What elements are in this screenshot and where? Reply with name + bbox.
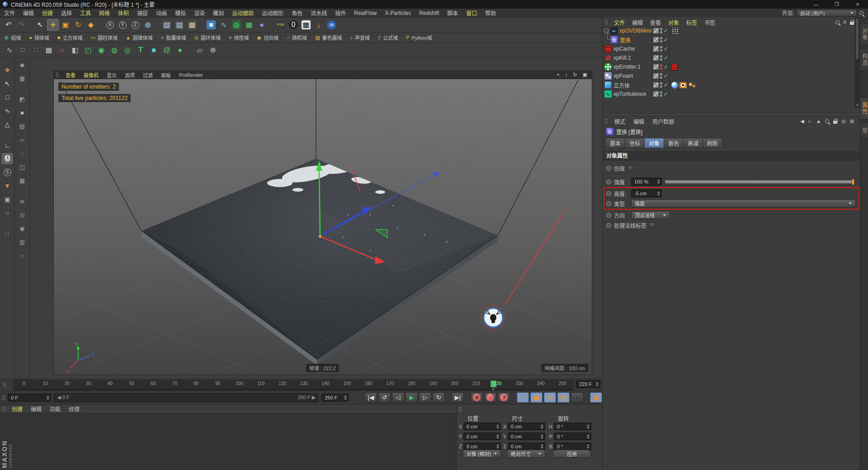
mouse-mode-button[interactable] (2, 153, 13, 164)
anim-dot-icon[interactable] (606, 191, 611, 196)
loft-tool[interactable]: ◍ (108, 44, 120, 56)
spin-down-icon[interactable] (541, 437, 543, 439)
pen-mode[interactable]: ◆ (17, 59, 28, 70)
viewport-menu-options[interactable]: 选项 (121, 71, 139, 79)
magnet-snap-button[interactable]: ∩ (17, 250, 28, 261)
tab-衰减[interactable]: 衰减 (683, 138, 703, 148)
visibility-dot-bottom[interactable] (660, 94, 662, 97)
anim-dot-icon[interactable] (606, 166, 611, 171)
key-parameter-button[interactable]: Ⓟ (557, 392, 570, 403)
enabled-check-icon[interactable]: ✓ (664, 73, 668, 79)
pan-view-icon[interactable]: + (557, 72, 559, 78)
apply-button[interactable]: 应用 (552, 450, 591, 458)
lock-y-button[interactable]: Y (117, 19, 128, 31)
group-field[interactable]: ⊞组域 (1, 33, 24, 42)
deformer-button[interactable]: ● (256, 19, 268, 31)
visibility-dot-bottom[interactable] (660, 85, 662, 88)
goto-start-button[interactable]: |◀ (365, 392, 377, 403)
radial-field[interactable]: ◉径向域 (254, 33, 283, 42)
type-dropdown[interactable]: 强度 (631, 199, 856, 207)
box-field[interactable]: ■立方体域 (54, 33, 86, 42)
menu-file[interactable]: 文件 (0, 9, 19, 17)
strength-slider[interactable] (665, 180, 855, 184)
viewport-menu-filter[interactable]: 过滤 (139, 71, 157, 79)
visibility-dot-bottom[interactable] (660, 40, 662, 42)
size-mode-dropdown[interactable]: 绝对尺寸 (507, 450, 545, 458)
dots-tool-a[interactable]: ∷ (17, 44, 28, 56)
move-tool[interactable]: + (47, 19, 59, 31)
content-drum-button[interactable]: ○ (2, 207, 13, 218)
object-label[interactable]: xpFoam (613, 73, 633, 79)
shader-field[interactable]: ▨着色器域 (311, 33, 345, 42)
slider-knob[interactable] (852, 179, 854, 185)
viewport-canvas[interactable]: y x z Number of emitters: 2 Total live p… (54, 79, 592, 375)
enabled-check-icon[interactable]: ✓ (664, 55, 668, 61)
object-row-8[interactable]: ∿xpTurbulence✓ (603, 89, 860, 99)
object-row-6[interactable]: xpFoam✓ (603, 71, 860, 80)
cache-tag-tag-icon[interactable] (671, 64, 678, 70)
search-icon[interactable] (825, 119, 829, 123)
visibility-dot-top[interactable] (660, 37, 662, 39)
mm-menu-texture[interactable]: 纹理 (65, 405, 84, 413)
dock-tab-structure[interactable]: 构造 (860, 49, 868, 70)
anim-dot-icon[interactable] (606, 223, 611, 228)
frame-tick-140[interactable]: 140 (322, 381, 330, 386)
model-mode-button[interactable]: ■ (17, 107, 28, 118)
enabled-check-icon[interactable]: ✓ (664, 82, 668, 88)
z-位置-input[interactable]: 0 cm (463, 442, 501, 450)
spin-up-icon[interactable] (496, 424, 499, 426)
tab-坐标[interactable]: 坐标 (625, 138, 644, 148)
spin-down-icon[interactable] (587, 447, 590, 449)
volume-builder-button[interactable]: ▦ (243, 19, 255, 31)
autokey-button[interactable]: ○ (484, 392, 496, 403)
points-mode-button[interactable]: ∷ (17, 148, 28, 159)
panel-grip[interactable] (604, 19, 609, 25)
visibility-dot-top[interactable] (660, 64, 662, 66)
keyframe-selection-button[interactable]: ? (498, 392, 510, 403)
frame-tick-160[interactable]: 160 (365, 381, 373, 386)
visibility-dot-top[interactable] (660, 46, 662, 48)
spin-down-icon[interactable] (496, 427, 499, 429)
panel-grip[interactable] (604, 118, 609, 124)
lock-icon[interactable] (833, 121, 837, 124)
object-row-1[interactable]: –∞xpOVDBMesher✓ (603, 26, 860, 35)
restore-button[interactable]: ❐ (826, 0, 847, 9)
spin-up-icon[interactable] (541, 434, 543, 436)
texture-tag-icon[interactable] (671, 82, 678, 89)
toggle-view-icon[interactable]: ▣ (583, 72, 587, 78)
dots2-tag-icon[interactable] (688, 82, 696, 88)
solo-mode-button[interactable]: ◎ (17, 209, 28, 220)
object-row-5[interactable]: xpEmitter.1✓ (603, 62, 860, 71)
coordinate-system-button[interactable]: ⊕ (142, 19, 154, 31)
spin-up-icon[interactable] (587, 424, 590, 426)
visibility-dot-top[interactable] (660, 55, 662, 57)
lock-icon[interactable] (850, 22, 854, 25)
grid-mode[interactable]: ▦ (17, 73, 28, 84)
spin-down-icon[interactable] (587, 437, 590, 439)
menu-render[interactable]: 渲染 (190, 9, 209, 17)
redo-button[interactable]: ↷ (15, 19, 27, 31)
viewport-menu-panel[interactable]: 面板 (157, 71, 175, 79)
metaball-tool[interactable]: ● (174, 44, 186, 56)
h-旋转-input[interactable]: 0 ° (554, 423, 591, 430)
p-旋转-input[interactable]: 0 ° (554, 432, 591, 440)
python-field[interactable]: PPython域 (402, 33, 436, 42)
menu-create[interactable]: 创建 (38, 9, 57, 17)
spin-arrows[interactable] (494, 444, 499, 449)
menu-simulate[interactable]: 模拟 (171, 9, 190, 17)
spherical-field[interactable]: ●球体域 (25, 33, 53, 42)
polygons-mode-button[interactable]: ▩ (17, 175, 28, 186)
scale-tool[interactable]: ▣ (60, 19, 71, 31)
frame-tick-110[interactable]: 110 (257, 381, 264, 386)
cone-field[interactable]: ▲圆锥体域 (122, 33, 156, 42)
am-menu-mode[interactable]: 模式 (610, 118, 629, 125)
spin-down-icon[interactable] (541, 427, 543, 429)
render-picture-viewer-button[interactable]: ▨ (174, 19, 185, 31)
lock-z-button[interactable]: Z (129, 19, 141, 31)
snap-toggle-button[interactable]: ◉ (17, 223, 28, 234)
frame-tick-60[interactable]: 60 (151, 381, 156, 386)
frame-tick-250[interactable]: 250 (559, 381, 566, 386)
object-label[interactable]: xpCache (613, 46, 635, 52)
menu-tools[interactable]: 工具 (76, 9, 95, 17)
spin-arrows[interactable] (585, 444, 590, 449)
